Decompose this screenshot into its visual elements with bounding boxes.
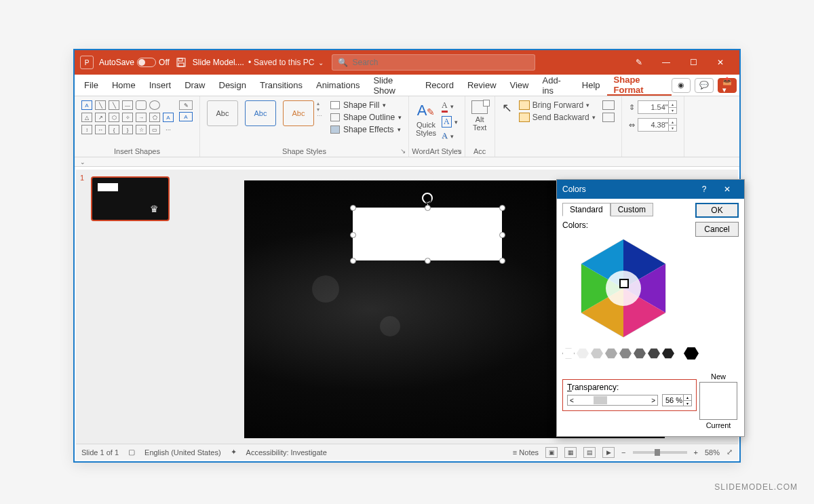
transparency-label: ransparency: [572, 383, 619, 392]
save-icon[interactable] [175, 56, 187, 69]
minimize-button[interactable]: — [653, 50, 680, 75]
thumbnail-panel: 1 ♛ [76, 170, 178, 444]
help-button[interactable]: ? [693, 180, 716, 199]
tab-file[interactable]: File [77, 75, 105, 96]
grayscale-row[interactable] [562, 347, 739, 360]
resize-handle[interactable] [499, 232, 505, 238]
maximize-button[interactable]: ☐ [680, 50, 707, 75]
text-fill-button[interactable]: A ▾ [442, 100, 458, 113]
transparency-slider[interactable]: < > [567, 395, 658, 406]
resize-handle[interactable] [499, 258, 505, 264]
chevron-down-icon[interactable]: ⌄ [318, 59, 324, 66]
align-icon[interactable] [602, 100, 615, 110]
tab-standard[interactable]: Standard [562, 203, 610, 216]
group-size: ⇕ 1.54"▴▾ ⇔ 4.38"▴▾ [622, 96, 684, 157]
zoom-out-button[interactable]: − [621, 448, 625, 457]
slider-decrease-icon[interactable]: < [570, 397, 574, 404]
ok-button[interactable]: OK [695, 203, 739, 218]
autosave-toggle[interactable]: AutoSave Off [99, 58, 170, 67]
shape-fill-button[interactable]: Shape Fill ▾ [330, 100, 402, 110]
tab-review[interactable]: Review [461, 75, 503, 96]
bring-forward-button[interactable]: Bring Forward ▾ [519, 100, 596, 110]
shape-gallery[interactable]: A╲╲— △↗⬡✧→⬠A ↕↔{}☆▭⋯ [81, 100, 175, 144]
record-icon[interactable]: ◉ [672, 78, 691, 93]
zoom-in-button[interactable]: + [694, 448, 698, 457]
send-backward-button[interactable]: Send Backward ▾ [519, 113, 596, 122]
language-status[interactable]: English (United States) [144, 448, 221, 457]
color-hexagon-picker[interactable] [562, 234, 684, 343]
style-gallery[interactable]: Abc Abc Abc [207, 100, 314, 126]
selection-arrow-icon[interactable]: ↖ [502, 100, 512, 144]
shape-width-input[interactable]: ⇔ 4.38"▴▾ [629, 118, 677, 132]
accessibility-icon[interactable]: ✦ [231, 448, 237, 457]
titlebar: P AutoSave Off Slide Model.... • Saved t… [75, 50, 739, 75]
text-box-icon[interactable]: A [179, 112, 193, 121]
tab-help[interactable]: Help [575, 75, 607, 96]
tab-custom[interactable]: Custom [610, 203, 653, 216]
accessibility-status[interactable]: Accessibility: Investigate [246, 448, 327, 457]
share-button[interactable]: 📤 ▾ [718, 78, 737, 93]
toggle-off-icon[interactable] [137, 58, 156, 67]
notes-button[interactable]: ≡ Notes [513, 448, 539, 457]
quick-styles-button[interactable]: A✎ Quick Styles [416, 100, 436, 144]
zoom-slider[interactable] [633, 451, 687, 454]
tab-slide-show[interactable]: Slide Show [366, 75, 419, 96]
resize-handle[interactable] [499, 205, 505, 211]
chevron-down-icon[interactable]: ⌄ [80, 159, 85, 166]
tab-record[interactable]: Record [419, 75, 461, 96]
resize-handle[interactable] [350, 232, 356, 238]
dialog-launcher-icon[interactable]: ↘ [457, 147, 462, 155]
normal-view-icon[interactable]: ▣ [545, 447, 558, 458]
shape-outline-button[interactable]: Shape Outline ▾ [330, 113, 402, 122]
resize-handle[interactable] [350, 205, 356, 211]
dialog-titlebar[interactable]: Colors ? ✕ [557, 180, 744, 199]
style-preset-3[interactable]: Abc [283, 100, 314, 126]
tab-insert[interactable]: Insert [142, 75, 178, 96]
edit-shape-icon[interactable]: ✎ [179, 100, 193, 110]
resize-handle[interactable] [425, 205, 431, 211]
dialog-close-button[interactable]: ✕ [716, 180, 739, 199]
tab-shape-format[interactable]: Shape Format [607, 75, 672, 96]
slider-increase-icon[interactable]: > [651, 397, 655, 404]
fit-to-window-icon[interactable]: ⤢ [726, 448, 733, 457]
text-effects-button[interactable]: A ▾ [442, 131, 458, 141]
search-box[interactable]: 🔍 [332, 54, 535, 71]
tab-design[interactable]: Design [212, 75, 253, 96]
style-preset-2[interactable]: Abc [245, 100, 276, 126]
alt-text-button[interactable]: Alt Text [472, 100, 488, 132]
pen-icon[interactable]: ✎ [625, 50, 653, 75]
reading-view-icon[interactable]: ▤ [583, 447, 596, 458]
shape-height-input[interactable]: ⇕ 1.54"▴▾ [629, 100, 677, 114]
bring-forward-icon [519, 100, 530, 110]
resize-handle[interactable] [425, 258, 431, 264]
slider-thumb[interactable] [594, 396, 607, 404]
comments-icon[interactable]: 💬 [695, 78, 714, 93]
rotate-handle[interactable]: ↻ [422, 193, 433, 203]
cancel-button[interactable]: Cancel [695, 222, 739, 237]
tab-home[interactable]: Home [105, 75, 142, 96]
dialog-launcher-icon[interactable]: ↘ [400, 147, 406, 155]
shape-effects-button[interactable]: Shape Effects ▾ [330, 125, 402, 134]
height-icon: ⇕ [629, 103, 635, 112]
current-label: Current [699, 421, 737, 429]
resize-handle[interactable] [350, 258, 356, 264]
book-icon[interactable]: ▢ [128, 448, 135, 457]
search-input[interactable] [352, 58, 529, 67]
tab-transitions[interactable]: Transitions [253, 75, 309, 96]
close-button[interactable]: ✕ [707, 50, 734, 75]
style-preset-1[interactable]: Abc [207, 100, 238, 126]
tab-animations[interactable]: Animations [309, 75, 366, 96]
status-bar: Slide 1 of 1 ▢ English (United States) ✦… [76, 444, 738, 460]
tab-view[interactable]: View [503, 75, 536, 96]
slide-thumbnail-1[interactable]: 1 ♛ [81, 176, 172, 221]
tab-add-ins[interactable]: Add-ins [535, 75, 575, 96]
text-outline-button[interactable]: A ▾ [442, 116, 458, 128]
transparency-value-input[interactable]: 56 % ▴▾ [662, 394, 692, 406]
tab-draw[interactable]: Draw [178, 75, 212, 96]
selected-color-indicator[interactable] [619, 279, 629, 288]
zoom-level[interactable]: 58% [705, 448, 720, 457]
slideshow-view-icon[interactable]: ▶ [602, 447, 615, 458]
group-icon[interactable] [602, 113, 615, 122]
sorter-view-icon[interactable]: ▦ [564, 447, 577, 458]
selected-rectangle-shape[interactable] [353, 208, 502, 260]
